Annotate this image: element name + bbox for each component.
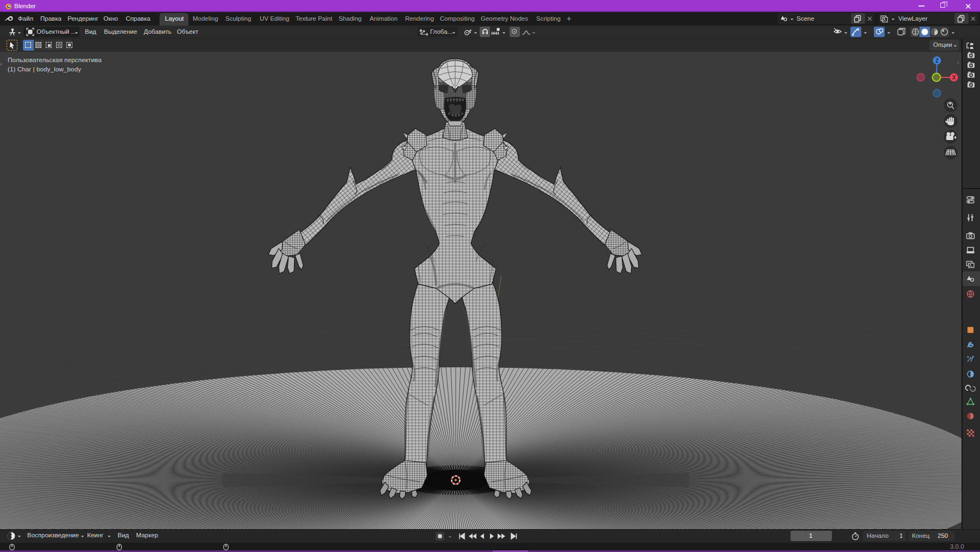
svg-text:›: › bbox=[0, 60, 2, 67]
svg-text:(1) Char | body_low_body: (1) Char | body_low_body bbox=[8, 65, 81, 73]
svg-text:Z: Z bbox=[935, 58, 939, 64]
svg-text:‹: ‹ bbox=[957, 59, 959, 65]
svg-text:Пользовательская перспектива: Пользовательская перспектива bbox=[8, 56, 102, 64]
svg-text:X: X bbox=[952, 75, 956, 81]
